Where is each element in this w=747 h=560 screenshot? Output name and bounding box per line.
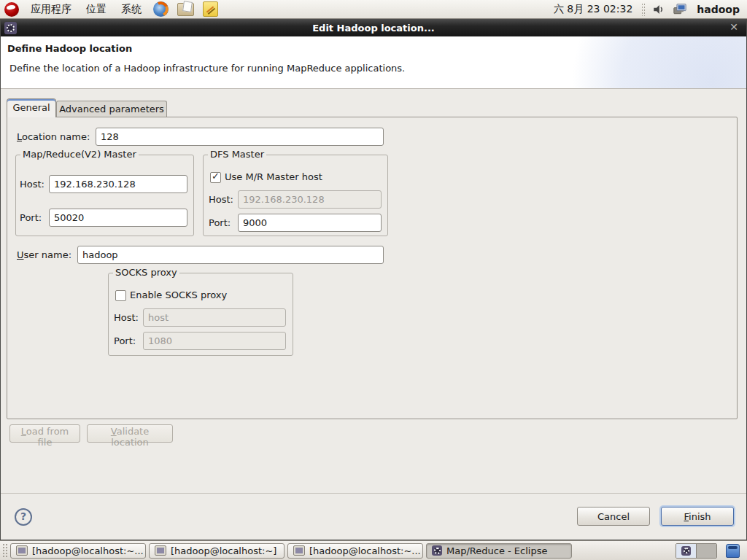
file-manager-launcher-icon[interactable] — [177, 3, 194, 16]
taskbar-item-label: [hadoop@localhost:~... — [32, 545, 144, 556]
workspace-switcher — [676, 543, 717, 559]
panel-right: 六 8月 23 02:32 hadoop — [548, 3, 747, 16]
wizard-description: Define the location of a Hadoop infrastr… — [9, 63, 405, 74]
logged-in-user: hadoop — [691, 4, 747, 15]
taskbar-item-terminal-2[interactable]: [hadoop@localhost:~] — [149, 543, 285, 559]
dfs-port-input[interactable] — [238, 214, 382, 232]
firefox-launcher-icon[interactable] — [153, 1, 169, 17]
desktop: 应用程序 位置 系统 六 8月 23 02:32 hadoop Edit Had… — [0, 0, 747, 560]
wizard-header: Define Hadoop location Define the locati… — [1, 36, 746, 89]
help-icon[interactable]: ? — [15, 508, 32, 526]
enable-socks-proxy-label[interactable]: Enable SOCKS proxy — [130, 289, 227, 300]
panel-separator — [641, 3, 646, 16]
use-mr-master-host-checkbox[interactable] — [210, 172, 221, 183]
socks-port-label: Port: — [114, 335, 136, 346]
top-panel: 应用程序 位置 系统 六 8月 23 02:32 hadoop — [0, 0, 747, 19]
taskbar-item-terminal-3[interactable]: [hadoop@localhost:~... — [287, 543, 423, 559]
use-mr-master-host-label[interactable]: Use M/R Master host — [225, 171, 322, 182]
button-bar-separator — [1, 493, 746, 494]
dfs-host-input — [238, 190, 382, 209]
mr-port-label: Port: — [20, 212, 42, 223]
taskbar-drag-handle[interactable] — [2, 543, 8, 558]
terminal-icon — [155, 545, 166, 556]
dialog-titlebar[interactable]: Edit Hadoop location... ✕ — [1, 19, 746, 37]
user-name-input[interactable] — [77, 246, 384, 264]
taskbar-item-label: [hadoop@localhost:~] — [171, 545, 276, 556]
tab-general[interactable]: General — [7, 98, 56, 117]
menu-applications[interactable]: 应用程序 — [23, 3, 79, 16]
mr-host-label: Host: — [20, 179, 44, 190]
socks-port-input — [143, 332, 286, 350]
hadoop-gear-icon — [4, 22, 17, 34]
tab-advanced-parameters[interactable]: Advanced parameters — [56, 101, 167, 117]
workspace-1[interactable] — [676, 544, 696, 558]
close-icon[interactable]: ✕ — [727, 21, 740, 33]
hadoop-gear-icon — [432, 545, 442, 556]
dfs-host-label: Host: — [209, 194, 233, 205]
mr-master-legend: Map/Reduce(V2) Master — [20, 149, 139, 160]
taskbar: [hadoop@localhost:~... [hadoop@localhost… — [0, 540, 747, 560]
taskbar-item-eclipse[interactable]: Map/Reduce - Eclipse — [426, 543, 572, 559]
edit-hadoop-location-dialog: Edit Hadoop location... ✕ Define Hadoop … — [0, 19, 747, 540]
load-from-file-button[interactable]: Load from file — [9, 424, 80, 443]
taskbar-item-label: Map/Reduce - Eclipse — [446, 545, 547, 556]
hadoop-gear-icon — [681, 546, 691, 556]
workspace-2[interactable] — [696, 544, 716, 558]
socks-host-label: Host: — [114, 312, 139, 323]
mr-port-input[interactable] — [49, 209, 187, 227]
menu-system[interactable]: 系统 — [114, 3, 149, 16]
user-name-label: User name: — [17, 249, 71, 260]
trash-icon[interactable] — [726, 544, 740, 558]
dialog-title: Edit Hadoop location... — [1, 23, 746, 34]
socks-host-input — [143, 308, 286, 327]
enable-socks-proxy-checkbox[interactable] — [115, 290, 126, 301]
dfs-port-label: Port: — [209, 217, 231, 228]
socks-proxy-legend: SOCKS proxy — [113, 267, 179, 278]
cancel-button[interactable]: Cancel — [577, 507, 650, 526]
menu-places[interactable]: 位置 — [79, 3, 114, 16]
clock[interactable]: 六 8月 23 02:32 — [548, 3, 638, 16]
finish-button[interactable]: Finish — [661, 507, 734, 526]
location-name-input[interactable] — [96, 128, 384, 146]
taskbar-item-label: [hadoop@localhost:~... — [309, 545, 421, 556]
network-monitor-icon[interactable] — [673, 3, 687, 16]
validate-location-button[interactable]: Validate location — [87, 424, 173, 443]
location-name-label: Location name: — [17, 131, 90, 142]
taskbar-item-terminal-1[interactable]: [hadoop@localhost:~... — [10, 543, 146, 559]
terminal-icon — [293, 545, 305, 556]
wizard-title: Define Hadoop location — [7, 43, 132, 54]
mr-host-input[interactable] — [49, 175, 187, 193]
terminal-icon — [16, 545, 28, 556]
text-editor-launcher-icon[interactable] — [203, 1, 218, 17]
dfs-master-legend: DFS Master — [208, 149, 266, 160]
distro-menu-icon[interactable] — [4, 2, 19, 17]
volume-icon[interactable] — [652, 3, 665, 16]
